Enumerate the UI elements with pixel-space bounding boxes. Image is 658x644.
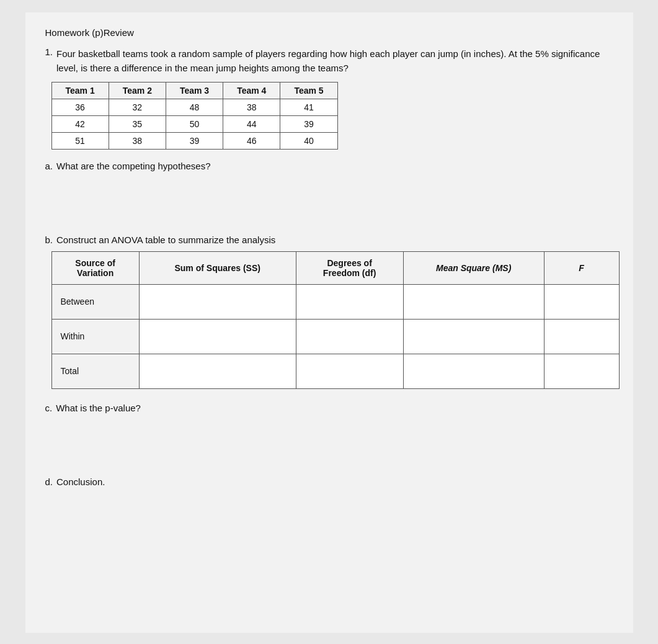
page: Homework (p)Review 1. Four basketball te…	[25, 12, 633, 633]
anova-label-between: Between	[51, 284, 139, 319]
anova-row-between: Between	[51, 284, 619, 319]
anova-between-ms	[403, 284, 544, 319]
data-table: Team 1 Team 2 Team 3 Team 4 Team 5 36 32…	[51, 82, 338, 150]
anova-header-f: F	[544, 251, 619, 284]
cell: 39	[166, 132, 223, 149]
cell: 48	[166, 99, 223, 115]
sub-question-c: c. What is the p-value?	[45, 403, 613, 463]
sub-question-b: b. Construct an ANOVA table to summarize…	[45, 235, 613, 389]
col-header-team5: Team 5	[280, 82, 337, 99]
anova-table: Source of Variation Sum of Squares (SS) …	[51, 251, 620, 389]
cell: 41	[280, 99, 337, 115]
anova-between-ss	[139, 284, 296, 319]
anova-total-ms	[403, 354, 544, 388]
cell: 51	[51, 132, 109, 149]
sub-b-text: Construct an ANOVA table to summarize th…	[56, 235, 275, 245]
anova-within-df	[296, 319, 403, 354]
cell: 32	[109, 99, 166, 115]
anova-row-total: Total	[51, 354, 619, 388]
anova-label-total: Total	[51, 354, 139, 388]
table-row: 36 32 48 38 41	[51, 99, 337, 115]
anova-total-ss	[139, 354, 296, 388]
cell: 46	[223, 132, 280, 149]
anova-between-f	[544, 284, 619, 319]
question-1: 1. Four basketball teams took a random s…	[45, 47, 613, 524]
cell: 50	[166, 115, 223, 132]
anova-total-f	[544, 354, 619, 388]
sub-d-label: d.	[45, 476, 53, 487]
cell: 38	[223, 99, 280, 115]
anova-header-ss: Sum of Squares (SS)	[139, 251, 296, 284]
table-row: 42 35 50 44 39	[51, 115, 337, 132]
sub-c-label: c.	[45, 403, 53, 413]
anova-header-df: Degrees of Freedom (df)	[296, 251, 403, 284]
col-header-team3: Team 3	[166, 82, 223, 99]
sub-c-answer-space	[45, 413, 613, 463]
sub-a-answer-space	[45, 171, 613, 221]
anova-within-ss	[139, 319, 296, 354]
sub-a-label: a.	[45, 161, 53, 171]
cell: 40	[280, 132, 337, 149]
sub-d-answer-space	[45, 487, 613, 524]
cell: 38	[109, 132, 166, 149]
sub-question-a: a. What are the competing hypotheses?	[45, 161, 613, 221]
anova-within-ms	[403, 319, 544, 354]
sub-a-text: What are the competing hypotheses?	[56, 161, 210, 171]
sub-c-text: What is the p-value?	[56, 403, 141, 413]
anova-total-df	[296, 354, 403, 388]
col-header-team4: Team 4	[223, 82, 280, 99]
cell: 39	[280, 115, 337, 132]
page-title: Homework (p)Review	[45, 27, 613, 38]
anova-between-df	[296, 284, 403, 319]
sub-d-text: Conclusion.	[56, 476, 105, 487]
sub-b-label: b.	[45, 235, 53, 245]
question-text: Four basketball teams took a random samp…	[56, 47, 613, 76]
col-header-team1: Team 1	[51, 82, 109, 99]
col-header-team2: Team 2	[109, 82, 166, 99]
cell: 36	[51, 99, 109, 115]
anova-label-within: Within	[51, 319, 139, 354]
anova-header-ms: Mean Square (MS)	[403, 251, 544, 284]
sub-question-d: d. Conclusion.	[45, 476, 613, 524]
cell: 44	[223, 115, 280, 132]
cell: 42	[51, 115, 109, 132]
question-number: 1.	[45, 47, 53, 76]
anova-within-f	[544, 319, 619, 354]
anova-header-source: Source of Variation	[51, 251, 139, 284]
cell: 35	[109, 115, 166, 132]
anova-row-within: Within	[51, 319, 619, 354]
table-row: 51 38 39 46 40	[51, 132, 337, 149]
